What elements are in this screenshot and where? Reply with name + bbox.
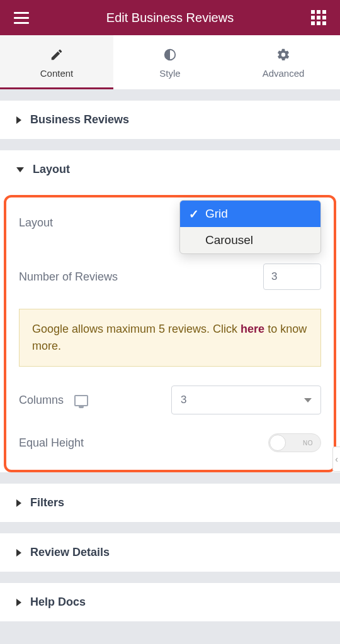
setting-row-layout: Layout Grid Carousel [19, 216, 321, 230]
chevron-right-icon [16, 116, 21, 124]
equal-height-toggle[interactable]: NO [268, 433, 321, 452]
notice-link[interactable]: here [241, 323, 264, 335]
desktop-icon[interactable] [74, 395, 88, 406]
tab-content[interactable]: Content [0, 35, 113, 89]
apps-grid-icon [311, 10, 326, 25]
section-toggle-business-reviews[interactable]: Business Reviews [0, 101, 340, 139]
toggle-knob [269, 435, 286, 451]
chevron-right-icon [16, 599, 21, 606]
google-reviews-notice: Google allows maximum 5 reviews. Click h… [19, 309, 321, 367]
pencil-icon [50, 48, 64, 62]
setting-row-num-reviews: Number of Reviews 3 [19, 264, 321, 290]
menu-button[interactable] [13, 9, 30, 26]
section-title: Filters [30, 496, 64, 509]
tab-label: Style [159, 68, 180, 79]
setting-row-columns: Columns 3 [19, 386, 321, 414]
tab-label: Content [40, 68, 74, 79]
chevron-down-icon [304, 398, 312, 402]
gear-icon [276, 48, 290, 62]
section-title: Help Docs [30, 596, 86, 609]
editor-tabs: Content Style Advanced [0, 35, 340, 89]
contrast-icon [163, 48, 177, 62]
tab-label: Advanced [263, 68, 305, 79]
tab-advanced[interactable]: Advanced [227, 35, 340, 89]
section-toggle-filters[interactable]: Filters [0, 484, 340, 522]
layout-dropdown[interactable]: Grid Carousel [179, 200, 321, 254]
tab-style[interactable]: Style [113, 35, 227, 89]
setting-label: Layout [19, 216, 53, 230]
section-toggle-review-details[interactable]: Review Details [0, 533, 340, 572]
panel-collapse-handle[interactable]: ‹ [332, 447, 340, 472]
setting-label: Number of Reviews [19, 270, 118, 284]
setting-label: Columns [19, 394, 88, 407]
num-reviews-input[interactable]: 3 [263, 264, 321, 290]
apps-button[interactable] [310, 9, 327, 26]
section-toggle-layout[interactable]: Layout [0, 150, 340, 189]
section-title: Layout [33, 163, 70, 176]
setting-row-equal-height: Equal Height NO [19, 433, 321, 452]
section-title: Review Details [30, 546, 110, 559]
dropdown-option-carousel[interactable]: Carousel [180, 227, 320, 253]
hamburger-icon [14, 12, 29, 24]
layout-settings-panel: Layout Grid Carousel Number of Reviews 3 [4, 195, 336, 472]
page-title: Edit Business Reviews [106, 11, 234, 25]
chevron-right-icon [16, 549, 21, 557]
setting-label: Equal Height [19, 436, 84, 450]
chevron-right-icon [16, 499, 21, 507]
section-title: Business Reviews [30, 113, 129, 126]
section-toggle-help-docs[interactable]: Help Docs [0, 583, 340, 621]
columns-select[interactable]: 3 [171, 386, 321, 414]
dropdown-option-grid[interactable]: Grid [180, 201, 320, 227]
chevron-down-icon [16, 167, 24, 172]
